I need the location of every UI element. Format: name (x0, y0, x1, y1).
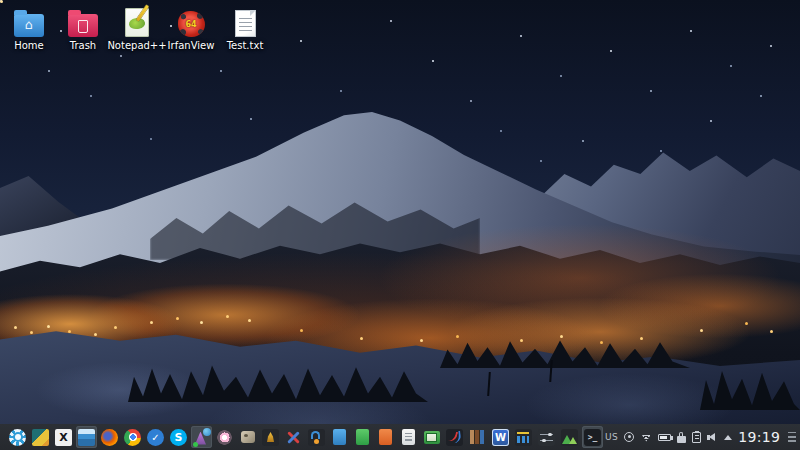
wallpaper-rock-patch (150, 190, 480, 260)
taskbar-media-cross-app[interactable] (283, 426, 304, 448)
desktop-icon-grid: ⌂ Home Trash Notepad++ 64 IrfanView Test… (2, 6, 272, 51)
photos-mountains-icon (561, 429, 578, 446)
tray-expand-caret-icon[interactable] (724, 435, 732, 440)
terminal-icon: >_ (584, 429, 601, 446)
online-dot (193, 442, 198, 447)
taskbar-chrome[interactable] (122, 426, 143, 448)
image-folder-icon (424, 431, 440, 444)
file-manager-icon (78, 429, 95, 446)
firefox-icon (101, 429, 118, 446)
show-desktop-icon (32, 429, 49, 446)
desktop-icon-test-txt[interactable]: Test.txt (218, 6, 272, 51)
taskbar-app-launcher[interactable] (7, 426, 28, 448)
taskbar: X ✓ S W >_ US 19:19 (0, 424, 800, 450)
clock[interactable]: 19:19 (738, 429, 780, 445)
taskbar-doc-green-app[interactable] (352, 426, 373, 448)
skype-icon: S (170, 429, 187, 446)
desktop-icon-notepad-plus-plus[interactable]: Notepad++ (110, 6, 164, 51)
desktop[interactable]: ⌂ Home Trash Notepad++ 64 IrfanView Test… (0, 0, 800, 450)
statue-app-icon (262, 429, 279, 446)
lock-icon[interactable] (677, 436, 686, 443)
wallpaper-right-ridge (420, 140, 800, 450)
white-document-icon (402, 429, 415, 445)
orange-document-icon (379, 429, 392, 445)
taskbar-pet-app[interactable] (237, 426, 258, 448)
wallpaper-main-mountain (0, 105, 800, 450)
taskbar-skype[interactable]: S (168, 426, 189, 448)
wallpaper-rock-band (0, 235, 800, 450)
headphones-icon (308, 429, 325, 446)
desktop-icon-label: Trash (70, 40, 96, 51)
home-folder-icon: ⌂ (14, 14, 44, 37)
music-orb-icon (216, 429, 233, 446)
taskbar-music-orb[interactable] (214, 426, 235, 448)
desktop-icon-label: Notepad++ (107, 40, 166, 51)
wallpaper-lift-pole (549, 360, 553, 382)
network-icon[interactable] (624, 432, 634, 442)
irfanview-icon: 64 (178, 11, 205, 37)
media-cross-icon (285, 429, 302, 446)
taskbar-statue-app[interactable] (260, 426, 281, 448)
taskbar-swoosh-viewer-app[interactable] (444, 426, 465, 448)
taskbar-doc-blue-app[interactable] (329, 426, 350, 448)
wallpaper-left-ridge (0, 176, 130, 276)
taskbar-terminal[interactable]: >_ (582, 426, 603, 448)
taskbar-file-manager[interactable] (76, 426, 97, 448)
desktop-icon-home[interactable]: ⌂ Home (2, 6, 56, 51)
battery-icon[interactable] (658, 434, 671, 441)
text-file-icon (235, 10, 256, 37)
taskbar-show-desktop[interactable] (30, 426, 51, 448)
desktop-icon-irfanview[interactable]: 64 IrfanView (164, 6, 218, 51)
green-document-icon (356, 429, 369, 445)
desktop-icon-trash[interactable]: Trash (56, 6, 110, 51)
desktop-icon-label: Home (14, 40, 44, 51)
taskbar-books-app[interactable] (467, 426, 488, 448)
trash-folder-icon (68, 14, 98, 37)
desktop-icon-label: IrfanView (168, 40, 215, 51)
wallpaper-village-glow (0, 0, 800, 450)
audio-mixer-icon (515, 429, 532, 446)
taskbar-settings-app[interactable] (536, 426, 557, 448)
desktop-icon-label: Test.txt (227, 40, 264, 51)
peek-at-desktop[interactable] (788, 432, 796, 443)
wallpaper-trees (700, 350, 800, 410)
taskbar-firefox[interactable] (99, 426, 120, 448)
taskbar-headphones-app[interactable] (306, 426, 327, 448)
badged-app-icon (193, 429, 210, 446)
clipboard-icon[interactable] (692, 432, 701, 443)
blue-document-icon (333, 429, 346, 445)
taskbar-photos-app[interactable] (559, 426, 580, 448)
wallpaper-trees (128, 346, 428, 402)
wallpaper (0, 0, 800, 450)
taskbar-photo-app[interactable] (191, 426, 212, 448)
check-app-icon: ✓ (147, 429, 164, 446)
chrome-icon (124, 429, 141, 446)
taskbar-check-app[interactable]: ✓ (145, 426, 166, 448)
app-launcher-icon (9, 429, 26, 446)
xterm-icon: X (55, 429, 72, 446)
taskbar-word-app[interactable]: W (490, 426, 511, 448)
irfanview-64-badge: 64 (185, 20, 196, 29)
keyboard-layout-indicator[interactable]: US (605, 432, 618, 442)
pet-app-icon (241, 431, 255, 443)
swoosh-viewer-icon (446, 429, 463, 446)
wallpaper-village-lights (0, 0, 3, 3)
taskbar-xterm[interactable]: X (53, 426, 74, 448)
volume-icon[interactable] (707, 432, 718, 443)
wifi-icon[interactable] (640, 433, 652, 442)
wallpaper-trees (440, 322, 690, 368)
settings-sliders-icon (538, 429, 555, 446)
taskbar-doc-white-app[interactable] (398, 426, 419, 448)
wallpaper-lift-pole (487, 372, 491, 396)
books-icon (470, 430, 485, 444)
taskbar-doc-orange-app[interactable] (375, 426, 396, 448)
word-icon: W (492, 429, 509, 446)
notepad-plus-plus-icon (125, 8, 149, 37)
system-tray: US 19:19 (605, 429, 798, 445)
house-glyph: ⌂ (14, 14, 44, 36)
taskbar-mixer-app[interactable] (513, 426, 534, 448)
taskbar-image-folder-app[interactable] (421, 426, 442, 448)
stars (0, 0, 2, 2)
